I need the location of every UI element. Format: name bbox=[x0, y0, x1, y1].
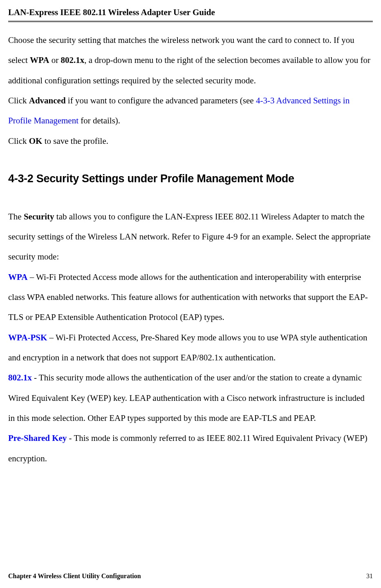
page-header: LAN-Express IEEE 802.11 Wireless Adapter… bbox=[8, 7, 373, 22]
footer-chapter: Chapter 4 Wireless Client Utility Config… bbox=[8, 572, 141, 580]
text: Click bbox=[8, 96, 29, 105]
paragraph-3: Click OK to save the profile. bbox=[8, 131, 373, 151]
page-footer: Chapter 4 Wireless Client Utility Config… bbox=[8, 572, 373, 580]
wpa-psk-paragraph: WPA-PSK – Wi-Fi Protected Access, Pre-Sh… bbox=[8, 328, 373, 368]
ok-bold: OK bbox=[29, 136, 43, 146]
psk-paragraph: Pre-Shared Key - This mode is commonly r… bbox=[8, 428, 373, 469]
text: if you want to configure the advanced pa… bbox=[66, 96, 256, 105]
paragraph-1: Choose the security setting that matches… bbox=[8, 30, 373, 91]
text: to save the profile. bbox=[42, 136, 108, 146]
text: The bbox=[8, 212, 24, 221]
8021x-label: 802.1x bbox=[8, 373, 32, 382]
section-heading-4-3-2: 4-3-2 Security Settings under Profile Ma… bbox=[8, 166, 373, 192]
wpa-psk-text: – Wi-Fi Protected Access, Pre-Shared Key… bbox=[8, 333, 368, 362]
wpa-label: WPA bbox=[8, 272, 27, 282]
text: tab allows you to configure the LAN-Expr… bbox=[8, 212, 370, 262]
text: Click bbox=[8, 136, 29, 146]
wpa-paragraph: WPA – Wi-Fi Protected Access mode allows… bbox=[8, 267, 373, 328]
wpa-psk-label: WPA-PSK bbox=[8, 333, 47, 342]
page-container: LAN-Express IEEE 802.11 Wireless Adapter… bbox=[0, 0, 381, 588]
8021x-bold: 802.1x bbox=[61, 55, 85, 65]
8021x-paragraph: 802.1x - This security mode allows the a… bbox=[8, 368, 373, 428]
body-text-block: Choose the security setting that matches… bbox=[8, 30, 373, 469]
8021x-text: - This security mode allows the authenti… bbox=[8, 373, 365, 423]
footer-page-number: 31 bbox=[366, 572, 373, 580]
paragraph-2: Click Advanced if you want to configure … bbox=[8, 91, 373, 131]
text: for details). bbox=[78, 116, 120, 125]
advanced-bold: Advanced bbox=[29, 96, 66, 105]
text: or bbox=[49, 55, 61, 65]
paragraph-4: The Security tab allows you to configure… bbox=[8, 207, 373, 267]
psk-label: Pre-Shared Key bbox=[8, 433, 67, 443]
header-title: LAN-Express IEEE 802.11 Wireless Adapter… bbox=[8, 7, 215, 17]
wpa-bold: WPA bbox=[30, 55, 49, 65]
wpa-text: – Wi-Fi Protected Access mode allows for… bbox=[8, 272, 368, 322]
security-bold: Security bbox=[24, 212, 54, 221]
